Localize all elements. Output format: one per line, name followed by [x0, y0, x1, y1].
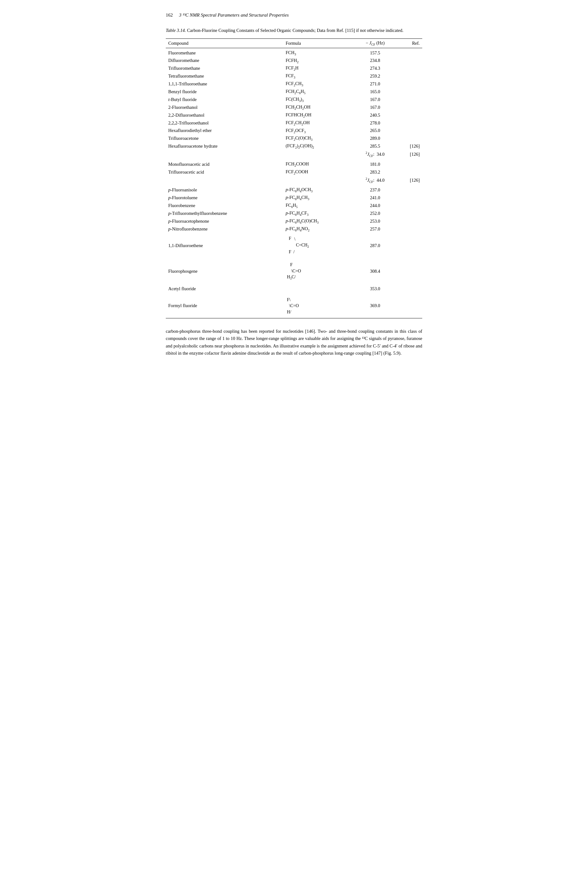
- formula: p-FC6H4CH3: [283, 194, 353, 202]
- formula: FCF2CH3: [283, 80, 353, 88]
- compound-name: 2,2-Difluoroethanol: [166, 111, 283, 119]
- jcf-value: 271.0: [353, 80, 397, 88]
- page-number: 162: [166, 12, 173, 18]
- ref: [126]: [397, 150, 422, 159]
- formula: FCF2OCF3: [283, 127, 353, 135]
- compound-name: Fluorophosgene: [166, 260, 283, 283]
- table-row: Hexafluorodiethyl ether FCF2OCF3 265.0: [166, 127, 422, 135]
- jcf-value: 157.5: [353, 48, 397, 57]
- table-row: Tetrafluoromethane FCF3 259.2: [166, 72, 422, 80]
- ref: [397, 57, 422, 65]
- body-text: carbon-phosphorus three-bond coupling ha…: [166, 328, 422, 357]
- formula: FCH2CH2OH: [283, 103, 353, 111]
- ref: [397, 186, 422, 194]
- table-header-row: Compound Formula − JCF (Hz) Ref.: [166, 39, 422, 48]
- ref: [397, 80, 422, 88]
- compound-name: 2,2,2-Trifluoroethanol: [166, 119, 283, 127]
- ref: [126]: [397, 176, 422, 184]
- formula: FCF2C(O)CH3: [283, 135, 353, 142]
- jcf-value: 308.4: [353, 260, 397, 283]
- table-row: Acetyl fluoride 353.0: [166, 285, 422, 292]
- compound-name: [166, 150, 283, 159]
- formula: FC(CH3)3: [283, 96, 353, 103]
- compound-name: Difluoromethane: [166, 57, 283, 65]
- table-row: 2JCF: 44.0 [126]: [166, 176, 422, 184]
- formula: p-FC6H4C(O)CH3: [283, 217, 353, 225]
- jcf-value: 285.5: [353, 142, 397, 150]
- jcf-value: 240.5: [353, 111, 397, 119]
- formula: FCH2C6H5: [283, 88, 353, 96]
- compound-name: Hexafluorodiethyl ether: [166, 127, 283, 135]
- ref: [397, 48, 422, 57]
- table-row: p-Fluorotoluene p-FC6H4CH3 241.0: [166, 194, 422, 202]
- table-row: Hexafluoroacetone hydrate (FCF2)2C(OH)2 …: [166, 142, 422, 150]
- compound-name: Trifluoroacetone: [166, 135, 283, 142]
- jcf-value: 244.0: [353, 202, 397, 210]
- jcf-value: 252.0: [353, 210, 397, 217]
- formula-structure: F \C=O H3C/: [283, 260, 353, 283]
- compound-name: Fluorobenzene: [166, 202, 283, 210]
- col-header-jcf: − JCF (Hz): [353, 39, 397, 48]
- formula: FCF3: [283, 72, 353, 80]
- compound-name: Benzyl fluoride: [166, 88, 283, 96]
- compound-name: Tetrafluoromethane: [166, 72, 283, 80]
- jcf-value: 283.2: [353, 168, 397, 176]
- compound-name: Hexafluoroacetone hydrate: [166, 142, 283, 150]
- table-row: Fluorophosgene F \C=O H3C/ 308.4: [166, 260, 422, 283]
- chapter-title: 3 ¹³C NMR Spectral Parameters and Struct…: [179, 12, 289, 18]
- jcf-value: 167.0: [353, 96, 397, 103]
- formula: FCF2H: [283, 64, 353, 72]
- table-caption: Table 3.14. Carbon-Fluorine Coupling Con…: [166, 27, 422, 34]
- table-row: 2,2,2-Trifluoroethanol FCF2CH2OH 278.0: [166, 119, 422, 127]
- ref: [397, 127, 422, 135]
- table-row: p-Fluoroanisole p-FC6H4OCH3 237.0: [166, 186, 422, 194]
- ref: [397, 119, 422, 127]
- compound-name: Fluoromethane: [166, 48, 283, 57]
- jcf-value: 257.0: [353, 225, 397, 233]
- jcf-value: 353.0: [353, 285, 397, 292]
- compound-name: 2-Fluoroethanol: [166, 103, 283, 111]
- formula: (FCF2)2C(OH)2: [283, 142, 353, 150]
- ref: [397, 135, 422, 142]
- formula: FCFHCH2OH: [283, 111, 353, 119]
- coupling-constants-table: Compound Formula − JCF (Hz) Ref. Fluorom…: [166, 39, 422, 318]
- compound-name: p-Fluoroanisole: [166, 186, 283, 194]
- table-row-spacer: [166, 283, 422, 285]
- compound-name: Trifluoroacetic acid: [166, 168, 283, 176]
- formula-structure: F \ C=CH2 F /: [283, 234, 353, 257]
- table-row: p-Trifluoromethylfluorobenzene p-FC6H4CF…: [166, 210, 422, 217]
- ref: [397, 210, 422, 217]
- page-header: 162 3 ¹³C NMR Spectral Parameters and St…: [166, 12, 422, 18]
- compound-name: Formyl fluoride: [166, 295, 283, 318]
- table-row-spacer: [166, 292, 422, 295]
- jcf-value: 2JCF: 44.0: [353, 176, 397, 184]
- formula: FCH3: [283, 48, 353, 57]
- compound-name: p-Nitrofluorobenzene: [166, 225, 283, 233]
- compound-name: Acetyl fluoride: [166, 285, 283, 292]
- formula: p-FC6H4CF3: [283, 210, 353, 217]
- table-row: Fluorobenzene FC6H5 244.0: [166, 202, 422, 210]
- ref: [126]: [397, 142, 422, 150]
- ref: [397, 103, 422, 111]
- formula: FCF2CH2OH: [283, 119, 353, 127]
- table-row-spacer: [166, 257, 422, 260]
- jcf-value: 241.0: [353, 194, 397, 202]
- table-row: Trifluoromethane FCF2H 274.3: [166, 64, 422, 72]
- ref: [397, 64, 422, 72]
- formula: [283, 150, 353, 159]
- compound-name: 1,1-Difluoroethene: [166, 234, 283, 257]
- ref: [397, 202, 422, 210]
- ref: [397, 168, 422, 176]
- col-header-ref: Ref.: [397, 39, 422, 48]
- table-row: p-Fluoroacetophenone p-FC6H4C(O)CH3 253.…: [166, 217, 422, 225]
- jcf-value: 274.3: [353, 64, 397, 72]
- formula-structure: F\ \C=O H/: [283, 295, 353, 318]
- jcf-value: 287.0: [353, 234, 397, 257]
- table-row: p-Nitrofluorobenzene p-FC6H4NO2 257.0: [166, 225, 422, 233]
- table-row: Trifluoroacetic acid FCF2COOH 283.2: [166, 168, 422, 176]
- table-row: 2-Fluoroethanol FCH2CH2OH 167.0: [166, 103, 422, 111]
- jcf-value: 2JCF: 34.0: [353, 150, 397, 159]
- formula: FCFH2: [283, 57, 353, 65]
- jcf-value: 167.0: [353, 103, 397, 111]
- compound-name: p-Fluorotoluene: [166, 194, 283, 202]
